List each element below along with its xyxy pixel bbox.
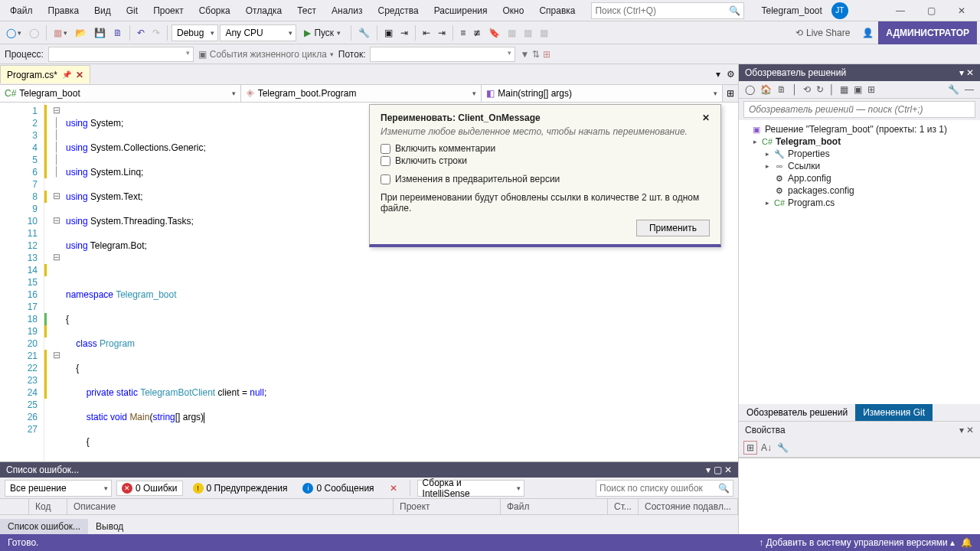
tb-icon1[interactable]: ▦ xyxy=(505,24,519,42)
comment-icon[interactable]: ≡ xyxy=(457,24,469,42)
solution-tree[interactable]: ▣Решение "Telegram_boot" (проекты: 1 из … xyxy=(739,120,980,404)
menu-git[interactable]: Git xyxy=(119,3,145,18)
props-grid[interactable] xyxy=(739,458,980,534)
undo-button[interactable]: ↶ xyxy=(134,24,148,42)
new-item-button[interactable]: ▦ xyxy=(51,24,70,42)
menu-help[interactable]: Справка xyxy=(532,3,582,18)
user-avatar[interactable]: JT xyxy=(831,2,848,19)
sln-showall-icon[interactable]: ▦ xyxy=(838,83,850,96)
sln-home-icon[interactable]: 🏠 xyxy=(759,83,773,96)
err-search-input[interactable] xyxy=(599,483,718,494)
pin-icon[interactable]: 📌 xyxy=(62,70,71,79)
sln-props-icon[interactable]: ⊞ xyxy=(866,83,877,96)
bookmark-icon[interactable]: 🔖 xyxy=(485,24,503,42)
outdent-icon[interactable]: ⇤ xyxy=(420,24,433,42)
tab-output[interactable]: Вывод xyxy=(88,519,131,534)
liveshare-button[interactable]: ⟲Live Share xyxy=(795,28,850,38)
nav-member[interactable]: ◧Main(string[] args) xyxy=(482,85,723,102)
tab-sln-explorer[interactable]: Обозреватель решений xyxy=(739,404,855,421)
err-errors-filter[interactable]: ✕0 Ошибки xyxy=(116,481,183,496)
sln-collapse-icon[interactable]: ▣ xyxy=(852,83,864,96)
uncomment-icon[interactable]: ≢ xyxy=(470,24,484,42)
run-button[interactable]: ▶Пуск▾ xyxy=(298,26,347,40)
open-button[interactable]: 📂 xyxy=(72,24,90,42)
stack-icon[interactable]: ⇅ xyxy=(532,49,540,60)
indent-icon[interactable]: ⇥ xyxy=(435,24,449,42)
fold-column[interactable]: ⊟│││││⊟⊟⊟⊟ xyxy=(51,103,63,517)
platform-combo[interactable]: Any CPU xyxy=(220,24,296,41)
tab-gear-icon[interactable]: ⚙ xyxy=(724,65,738,83)
errlist-header[interactable]: Список ошибок...▾ ▢ ✕ xyxy=(0,462,738,478)
thread-combo[interactable] xyxy=(370,47,515,62)
col-code[interactable]: Код xyxy=(29,499,67,514)
err-warnings-filter[interactable]: !0 Предупреждения xyxy=(188,481,293,496)
col-project[interactable]: Проект xyxy=(394,499,501,514)
nav-back-button[interactable]: ◯ xyxy=(3,24,24,42)
step-icon[interactable]: ⇥ xyxy=(397,24,411,42)
props-cat-icon[interactable]: ⊞ xyxy=(743,441,757,455)
lifecycle-events[interactable]: ▣События жизненного цикла▾ xyxy=(198,49,334,60)
err-source-combo[interactable]: Сборка и IntelliSense xyxy=(417,480,524,497)
tab-git-changes[interactable]: Изменения Git xyxy=(855,404,933,421)
rename-apply-button[interactable]: Применить xyxy=(636,220,710,236)
minimize-button[interactable]: — xyxy=(885,2,916,19)
rename-chk-strings[interactable]: Включить строки xyxy=(381,155,710,166)
tab-dropdown-icon[interactable]: ▾ xyxy=(713,65,724,83)
sln-programcs[interactable]: Program.cs xyxy=(788,197,835,208)
maximize-button[interactable]: ▢ xyxy=(916,2,946,19)
menu-analyze[interactable]: Анализ xyxy=(325,3,370,18)
err-clear-filter[interactable]: ✕ xyxy=(384,481,403,496)
sln-back-icon[interactable]: ◯ xyxy=(743,83,756,96)
col-line[interactable]: Ст... xyxy=(608,499,639,514)
menu-tools[interactable]: Средства xyxy=(371,3,426,18)
err-messages-filter[interactable]: i0 Сообщения xyxy=(297,481,379,496)
menu-file[interactable]: Файл xyxy=(3,3,40,18)
sln-project[interactable]: Telegram_boot xyxy=(776,136,841,147)
close-button[interactable]: ✕ xyxy=(946,2,977,19)
tb-icon2[interactable]: ▦ xyxy=(521,24,535,42)
menu-debug[interactable]: Отладка xyxy=(239,3,289,18)
sln-wrench-icon[interactable]: 🔧 xyxy=(946,83,961,96)
sln-save-icon[interactable]: 🗎 xyxy=(776,83,788,96)
process-combo[interactable] xyxy=(48,47,194,62)
sln-references[interactable]: Ссылки xyxy=(788,161,820,171)
col-file[interactable]: Файл xyxy=(501,499,608,514)
code-editor[interactable]: 1234567891011121314151617181920212223242… xyxy=(0,103,738,517)
menu-edit[interactable]: Правка xyxy=(41,3,87,18)
sln-header[interactable]: Обозреватель решений▾ ✕ xyxy=(739,64,980,81)
props-wrench-icon[interactable]: 🔧 xyxy=(776,442,790,454)
sln-appconfig[interactable]: App.config xyxy=(788,173,831,184)
close-tab-icon[interactable]: ✕ xyxy=(76,70,83,80)
sln-more-icon[interactable]: — xyxy=(963,83,975,96)
menu-test[interactable]: Тест xyxy=(290,3,323,18)
menu-build[interactable]: Сборка xyxy=(192,3,237,18)
tab-errorlist[interactable]: Список ошибок... xyxy=(0,519,88,534)
props-header[interactable]: Свойства▾ ✕ xyxy=(739,421,980,439)
sln-search-input[interactable] xyxy=(743,101,975,118)
err-scope-combo[interactable]: Все решение xyxy=(5,480,112,497)
rename-close-icon[interactable]: ✕ xyxy=(702,112,710,123)
sln-pkgconfig[interactable]: packages.config xyxy=(788,185,854,196)
thread-icon[interactable]: ⊞ xyxy=(543,49,550,60)
menu-project[interactable]: Проект xyxy=(146,3,191,18)
save-button[interactable]: 💾 xyxy=(91,24,109,42)
rename-chk-preview[interactable]: Изменения в предварительной версии xyxy=(381,174,710,184)
file-tab[interactable]: Program.cs* 📌 ✕ xyxy=(0,65,90,83)
props-sort-icon[interactable]: A↓ xyxy=(760,442,773,454)
sln-properties[interactable]: Properties xyxy=(788,148,830,159)
save-all-button[interactable]: 🗎 xyxy=(110,24,126,42)
nav-fwd-button[interactable]: ◯ xyxy=(26,24,42,42)
split-icon[interactable]: ⊞ xyxy=(723,85,738,102)
feedback-icon[interactable]: 👤 xyxy=(859,24,877,42)
nav-class[interactable]: 🞛Telegram_boot.Program xyxy=(241,85,482,102)
config-combo[interactable]: Debug xyxy=(172,24,218,41)
col-desc[interactable]: Описание xyxy=(67,499,394,514)
global-search[interactable]: 🔍 xyxy=(591,2,744,19)
tb-icon3[interactable]: ▦ xyxy=(537,24,551,42)
menu-view[interactable]: Вид xyxy=(87,3,118,18)
tool-icon[interactable]: 🔧 xyxy=(355,24,373,42)
nav-project[interactable]: C#Telegram_boot xyxy=(0,85,241,102)
source-control-button[interactable]: ↑ Добавить в систему управления версиями… xyxy=(759,537,955,548)
sln-refresh-icon[interactable]: ↻ xyxy=(815,83,825,96)
menu-window[interactable]: Окно xyxy=(495,3,531,18)
